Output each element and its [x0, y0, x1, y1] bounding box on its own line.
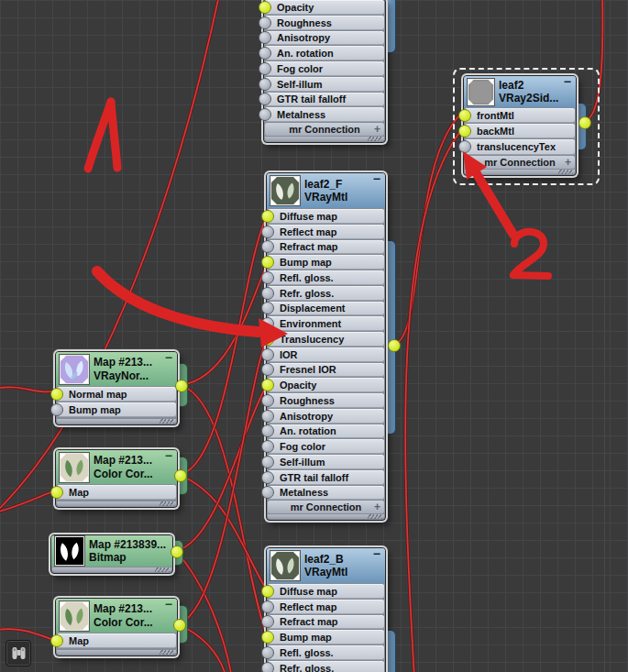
slot-label: Roughness: [277, 17, 332, 28]
input-socket[interactable]: [261, 486, 274, 499]
node-header[interactable]: leaf2_FVRayMtl−: [267, 173, 385, 208]
input-socket[interactable]: [261, 471, 274, 484]
input-socket[interactable]: [50, 388, 63, 401]
input-socket[interactable]: [259, 17, 271, 29]
input-socket[interactable]: [259, 1, 271, 14]
node-leaf2-2sided[interactable]: leaf2VRay2Sid...−frontMtlbackMtltransluc…: [463, 75, 577, 176]
node-subtitle: Color Cor...: [94, 468, 153, 480]
footer-label: mr Connection: [291, 501, 362, 512]
input-socket[interactable]: [261, 348, 274, 361]
input-socket[interactable]: [261, 317, 274, 330]
node-header[interactable]: Map #213...Color Cor...−: [56, 450, 177, 484]
slot-label: Environment: [280, 318, 341, 329]
input-socket[interactable]: [259, 78, 271, 91]
wire-vraynor-to-b-bump: [181, 385, 267, 636]
slot-label: GTR tail falloff: [277, 94, 346, 105]
slot-refl-gloss-: Refl. gloss.: [268, 645, 384, 660]
output-socket[interactable]: [171, 545, 183, 558]
resize-grip[interactable]: [160, 501, 174, 506]
wire-bottom-to-backmtl: [405, 130, 461, 672]
input-socket[interactable]: [259, 31, 271, 44]
resize-grip-strip: [57, 419, 176, 424]
collapse-button[interactable]: −: [373, 548, 380, 559]
input-socket[interactable]: [261, 646, 274, 659]
input-socket[interactable]: [261, 456, 274, 468]
mr-connection-footer[interactable]: mr Connection+: [265, 123, 384, 136]
input-socket[interactable]: [261, 271, 274, 284]
material-thumbnail[interactable]: [60, 601, 89, 631]
input-socket[interactable]: [261, 631, 274, 644]
input-socket[interactable]: [261, 410, 274, 423]
input-socket[interactable]: [261, 287, 274, 300]
node-vraynormalmap[interactable]: Map #213...VRayNor...−Normal mapBump map: [55, 351, 178, 425]
node-bitmap[interactable]: Map #213839...Bitmap: [50, 534, 173, 574]
node-graph-canvas[interactable]: OpacityRoughnessAnisotropyAn. rotationFo…: [0, 0, 628, 672]
input-socket[interactable]: [261, 662, 274, 672]
node-title: Map #213839...: [89, 538, 166, 551]
output-socket[interactable]: [388, 339, 401, 352]
material-thumbnail[interactable]: [55, 536, 84, 566]
resize-grip[interactable]: [160, 419, 174, 424]
material-thumbnail[interactable]: [60, 453, 89, 482]
resize-grip[interactable]: [368, 137, 382, 141]
input-socket[interactable]: [261, 333, 274, 346]
input-socket[interactable]: [261, 615, 274, 628]
output-socket[interactable]: [173, 619, 186, 632]
node-color-correction-2[interactable]: Map #213...Color Cor...−Map: [55, 598, 178, 656]
input-socket[interactable]: [261, 226, 274, 238]
node-leaf2_F[interactable]: leaf2_FVRayMtl−Diffuse mapReflect mapRef…: [266, 172, 386, 521]
input-socket[interactable]: [261, 585, 274, 598]
node-header[interactable]: leaf2_BVRayMtl−: [267, 548, 385, 583]
input-socket[interactable]: [259, 93, 271, 105]
slot-an-rotation: An. rotation: [265, 46, 384, 61]
input-socket[interactable]: [261, 256, 274, 269]
input-socket[interactable]: [261, 363, 274, 376]
node-leaf2_B[interactable]: leaf2_BVRayMtl−Diffuse mapReflect mapRef…: [266, 547, 386, 672]
node-title: Map #213...: [94, 454, 153, 467]
expand-plus-icon[interactable]: +: [374, 123, 380, 136]
wire-core-f-out-to-frontmtl: [393, 114, 461, 345]
input-socket[interactable]: [259, 62, 271, 75]
output-socket[interactable]: [578, 116, 591, 129]
slot-label: Roughness: [280, 395, 335, 406]
resize-grip-strip: [52, 567, 171, 572]
input-socket[interactable]: [261, 600, 274, 613]
input-socket[interactable]: [50, 486, 63, 499]
collapse-button[interactable]: −: [165, 599, 172, 610]
slot-bump-map: Bump map: [57, 402, 176, 417]
mr-connection-footer[interactable]: mr Connection+: [268, 501, 384, 513]
input-socket[interactable]: [259, 47, 271, 60]
node-header[interactable]: Map #213839...Bitmap: [51, 535, 172, 567]
node-header[interactable]: Map #213...Color Cor...−: [56, 599, 177, 633]
input-socket[interactable]: [261, 379, 274, 391]
input-socket[interactable]: [261, 440, 274, 453]
input-socket[interactable]: [261, 302, 274, 314]
resize-grip[interactable]: [160, 650, 174, 655]
input-socket[interactable]: [50, 403, 63, 416]
node-vraymtl-top-partial[interactable]: OpacityRoughnessAnisotropyAn. rotationFo…: [263, 0, 386, 143]
node-color-correction-1[interactable]: Map #213...Color Cor...−Map: [55, 449, 178, 508]
input-socket[interactable]: [261, 424, 274, 437]
input-socket[interactable]: [261, 394, 274, 407]
slot-diffuse-map: Diffuse map: [268, 209, 384, 224]
collapse-button[interactable]: −: [165, 352, 172, 363]
slot-label: Reflect map: [280, 601, 336, 612]
collapse-button[interactable]: −: [373, 173, 380, 184]
expand-plus-icon[interactable]: +: [374, 501, 380, 513]
material-thumbnail[interactable]: [270, 176, 300, 205]
material-thumbnail[interactable]: [270, 551, 300, 580]
collapse-button[interactable]: −: [165, 450, 172, 461]
material-thumbnail[interactable]: [60, 355, 89, 384]
output-socket[interactable]: [174, 469, 187, 482]
output-socket[interactable]: [175, 380, 188, 392]
resize-grip[interactable]: [155, 567, 170, 572]
footer-label: mr Connection: [289, 124, 360, 135]
node-header[interactable]: Map #213...VRayNor...−: [56, 352, 177, 386]
input-socket[interactable]: [261, 210, 274, 223]
resize-grip[interactable]: [368, 514, 382, 519]
slot-label: Opacity: [277, 2, 314, 13]
input-socket[interactable]: [261, 240, 274, 253]
pan-zoom-button[interactable]: [6, 640, 31, 666]
input-socket[interactable]: [259, 108, 271, 121]
input-socket[interactable]: [50, 634, 63, 647]
